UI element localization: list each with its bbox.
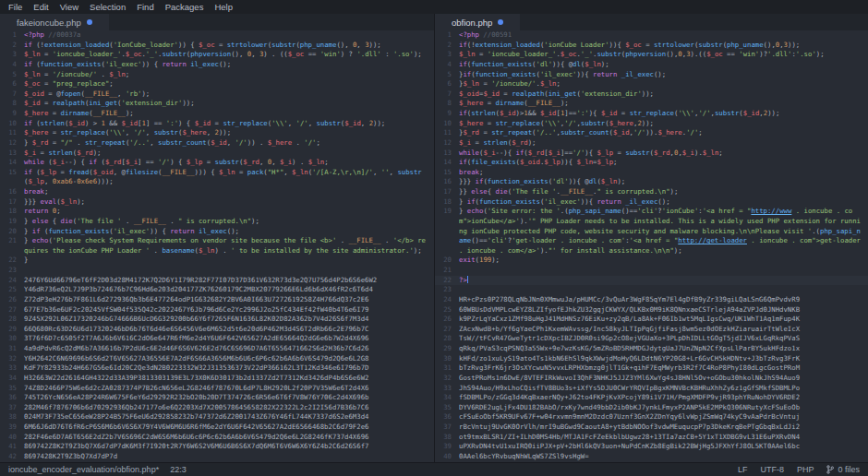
code-line[interactable]: 31bTzRvg3FrK6jr3OsXYcwuN5vvxLRPHXbmzg0jl… bbox=[435, 363, 868, 374]
code-line[interactable]: 37282M46f7876706b6d70292936Qb247177o6e6Q… bbox=[0, 403, 434, 413]
code-line[interactable]: 2if (!extension_loaded('IonCube_loader')… bbox=[0, 41, 434, 51]
code-line[interactable]: 20} if (function_exists('il_exec')) { re… bbox=[0, 227, 434, 237]
code-line[interactable]: 16break; bbox=[0, 187, 434, 197]
code-line[interactable]: 9$_here = dirname(__FILE__); bbox=[0, 109, 434, 119]
code-line[interactable]: 19} echo('Site error: the '.(php_sapi_na… bbox=[435, 207, 868, 256]
code-line[interactable]: 9if(strlen($_id)>1&& $_id[1]==':'){ $_id… bbox=[435, 109, 868, 119]
code-line[interactable]: 6$_oc = "preg_replace"; bbox=[0, 79, 434, 89]
modified-indicator-icon[interactable] bbox=[498, 19, 503, 25]
code-line[interactable]: 30kHFd/zo1xuLyS19ato4Ts1kbN6EhSl9qkXWwjd… bbox=[435, 354, 868, 364]
code-editor-left[interactable]: 1<?php //00037a2if (!extension_loaded('I… bbox=[0, 30, 434, 462]
code-line[interactable]: 22?> bbox=[435, 276, 868, 286]
code-line[interactable]: 8$_id = realpath(ini_get('extension_dir'… bbox=[0, 99, 434, 109]
menu-find[interactable]: Find bbox=[131, 0, 159, 14]
code-line[interactable]: 13while($_i--){ if($_rd[$_i]=='/'){ $_lp… bbox=[435, 149, 868, 159]
code-line[interactable]: 10$_here = str_replace('\\','/',substr($… bbox=[435, 119, 868, 129]
code-line[interactable]: 27677E7b36e6UF2c20245VfSW04f535Q42c20224… bbox=[0, 305, 434, 315]
code-line[interactable]: 33JhS94Auo/H9xLhoCQisfTV8BUo3s+iXfYs5DJU… bbox=[435, 384, 868, 394]
code-line[interactable]: 20exit(199); bbox=[435, 256, 868, 266]
code-line[interactable]: 40282F46e6D7A6T656E2dZ2b7V6S696C2dW6S6M6… bbox=[0, 433, 434, 443]
code-line[interactable]: 34fSDBMLPo/zGGq3d4KqBxaerNQy+J62to4FKPjK… bbox=[435, 393, 868, 403]
code-line[interactable]: 21} echo('Please check System Requiremen… bbox=[0, 236, 434, 256]
code-line[interactable]: 18} if(function_exists('il_exec')){ retu… bbox=[435, 197, 868, 208]
status-git[interactable]: 0 files bbox=[826, 465, 860, 474]
code-line[interactable]: 10if (strlen($_id) > 1 && $_id[1] == ':'… bbox=[0, 119, 434, 129]
code-line[interactable]: 314a9dPdvR6cQ2dM6b7A36616b7P2dU6c6E2d46F… bbox=[0, 344, 434, 354]
tab-fakeioncube-php[interactable]: fakeioncube.php bbox=[0, 14, 109, 30]
code-line[interactable]: 5}if(function_exists('il_exec')){ return… bbox=[435, 70, 868, 80]
code-line[interactable]: 12$_i = strlen($_rd); bbox=[435, 138, 868, 149]
code-line[interactable]: 15break; bbox=[435, 168, 868, 178]
code-line[interactable]: 14while ($_i--) { if ($_rd[$_i] == '/') … bbox=[0, 158, 434, 168]
code-line[interactable]: 11$_here = str_replace('\\', '/', substr… bbox=[0, 128, 434, 138]
code-line[interactable]: 22} bbox=[0, 256, 434, 266]
code-line[interactable]: 23 bbox=[0, 266, 434, 276]
code-line[interactable]: 3$_ln = 'ioncube_loader_'.$_oc.'_'.subst… bbox=[0, 50, 434, 60]
code-line[interactable]: 5$_ln = '/ioncube/' . $_ln; bbox=[0, 70, 434, 80]
code-line[interactable]: 26k9PZrLqYaCxz1ZMf98uHgJ41MdHNSz76EiKu+z… bbox=[435, 315, 868, 325]
code-line[interactable]: 428697428K2T9Z3bQ7Xd7dP7d bbox=[0, 452, 434, 462]
code-line[interactable]: 39uPXRvDN4tvU1xuIRQ0iiPJX+pV+2bHl6kQV3uo… bbox=[435, 442, 868, 452]
menu-packages[interactable]: Packages bbox=[160, 0, 210, 14]
code-line[interactable]: 3$_ln = 'ioncube_loader_'.$_oc.'_'.subst… bbox=[435, 50, 868, 60]
code-line[interactable]: 38024M73F735eC656eW28P24B575F6eU6d292858… bbox=[0, 412, 434, 422]
code-line[interactable]: 15if ($_lp = fread($_oid, @filesize(__FI… bbox=[0, 168, 434, 187]
code-line[interactable]: 2966Q680Rc63D26U6d17320246bD6b76T6d46e6S… bbox=[0, 325, 434, 335]
code-line[interactable]: 14if(file_exists($_oid.$_lp)){ $_ln=$_lp… bbox=[435, 158, 868, 168]
code-line[interactable]: 18return 0; bbox=[0, 207, 434, 217]
code-line[interactable]: 4if(function_exists('dl')){ @dl($_ln); bbox=[435, 60, 868, 70]
code-line[interactable]: 16}}} if(function_exists('dl')){ @dl($_l… bbox=[435, 177, 868, 187]
code-line[interactable]: 289Z45X292L06Z17320246bG74666B6UcD6G3292… bbox=[0, 315, 434, 325]
code-line[interactable]: 34H32663W22d26164GH4322d33A39P3813303139… bbox=[0, 374, 434, 384]
code-line[interactable]: 2560WBUsDdVMPLcwEYZ8LZIfyofEJhkZU32gqjCK… bbox=[435, 305, 868, 315]
code-line[interactable]: 23 bbox=[435, 285, 868, 295]
status-encoding[interactable]: UTF-8 bbox=[760, 465, 784, 474]
code-line[interactable]: 27ZAcxNwdB+b/Yf6gYaeCPh1KxemWAvssg/Inc58… bbox=[435, 325, 868, 335]
code-line[interactable]: 7$_oid=$_id = realpath(ini_get('extensio… bbox=[435, 89, 868, 100]
code-line[interactable]: 6}$_ln = '/ioncube/'.$_ln; bbox=[435, 79, 868, 89]
code-line[interactable]: 8$_here = dirname(__FILE__); bbox=[435, 99, 868, 109]
code-line[interactable]: 17}} else{ die('The file '.__FILE__." is… bbox=[435, 187, 868, 197]
menu-file[interactable]: File bbox=[3, 0, 28, 14]
code-line[interactable]: 303T76f6D7c6505f2T7A6J6b6V616C2dO6e647R6… bbox=[0, 334, 434, 344]
code-line[interactable]: 32Y6H2642C6N69696b6S6d2T6V65627A36556E7A… bbox=[0, 354, 434, 364]
code-line[interactable]: 17}}} eval($_ln); bbox=[0, 197, 434, 208]
code-line[interactable]: 32GostPRoMs1n6DwE/8VTEFIRkWuvoI3QhF3NHKJ… bbox=[435, 374, 868, 384]
code-line[interactable]: 12} $_rd = "/" . str_repeat('/..', subst… bbox=[0, 138, 434, 149]
code-line[interactable]: 7$_oid = @fopen(__FILE__, 'rb'); bbox=[0, 89, 434, 100]
code-line[interactable]: 13$_i = strlen($_rd); bbox=[0, 149, 434, 159]
code-line[interactable]: 396M66J6dD76T6fR6cP6S6M6b6V6S6X79Y4V6W6M… bbox=[0, 422, 434, 433]
code-line[interactable]: 25Y46dR736eQ2L7J9P3b724676b7C96Hd6e203d2… bbox=[0, 285, 434, 295]
code-line[interactable]: 11}$_rd = str_repeat('/..',substr_count(… bbox=[435, 128, 868, 138]
status-cursor-position[interactable]: 22:3 bbox=[170, 465, 187, 474]
code-line[interactable]: 1<?php //00037a bbox=[0, 30, 434, 41]
code-line[interactable]: 19} else { die('The file ' . __FILE__ . … bbox=[0, 217, 434, 227]
menu-view[interactable]: View bbox=[54, 0, 84, 14]
code-line[interactable]: 33KdF7Y82933b24H667G56e6Id20C2Qe3dN2B022… bbox=[0, 363, 434, 374]
code-line[interactable]: 36cFSuEoObf5KR9UFv67F+w04rxvmn9mnM2Dzdc0… bbox=[435, 412, 868, 422]
status-line-ending[interactable]: LF bbox=[738, 465, 748, 474]
status-grammar[interactable]: PHP bbox=[797, 465, 814, 474]
code-line[interactable]: 38ot9tmxBLSR1/ZI+ILhD0MS4Hb/MTJA1FcFZeEk… bbox=[435, 433, 868, 443]
code-line[interactable]: 41869742Z8K2T9Z3bQ7X6d7dP7dK6M3f7I920t2R… bbox=[0, 442, 434, 452]
menu-selection[interactable]: Selection bbox=[84, 0, 131, 14]
code-line[interactable]: 37rBcVntuj9UvGK0OrVlh/mrI9uBGwd9CaoutA8+… bbox=[435, 422, 868, 433]
code-line[interactable]: 242476Y6Ud66796eT6fF2D03d28M4172K7Q2D6Y1… bbox=[0, 276, 434, 286]
code-editor-right[interactable]: 1<?php //005912if(!extension_loaded('ion… bbox=[435, 30, 868, 462]
code-line[interactable]: 1<?php //00591 bbox=[435, 30, 868, 41]
code-line[interactable]: 26Z72dP3eH276b7F861L6d272936Qb3b6E477264… bbox=[0, 295, 434, 305]
menu-edit[interactable]: Edit bbox=[28, 0, 54, 14]
code-line[interactable]: 28TsW//tFCvR47GweTytr1cDXpcIBZJD0R0si9Gp… bbox=[435, 334, 868, 344]
tab-obfion-php[interactable]: obfion.php bbox=[435, 14, 520, 30]
code-line[interactable]: 35DYV6RDE2ugLjFx4DU182BAbO/rxKy7wnd49bbD… bbox=[435, 403, 868, 413]
code-line[interactable]: 3574Z8D2466P75W6e6d2cZA0287374P7B26cN656… bbox=[0, 384, 434, 394]
code-line[interactable]: 4if (function_exists('il_exec')) { retur… bbox=[0, 60, 434, 70]
code-line[interactable]: 400AAel6bcYRvbuqNhWLqWS7ZSl9vsHgW= bbox=[435, 452, 868, 462]
menu-help[interactable]: Help bbox=[209, 0, 238, 14]
code-line[interactable]: 24HR+cPzs0P278QLqNbJNn0XMmwuJa/pHUMCc/3v… bbox=[435, 295, 868, 305]
code-line[interactable]: 21 bbox=[435, 266, 868, 276]
code-line[interactable]: 29qRkq/PVaS3cqPSNQ3a55Wx+9e7wzKsKG/5mZRo… bbox=[435, 344, 868, 354]
code-line[interactable]: 2if(!extension_loaded('ionCube Loader'))… bbox=[435, 41, 868, 51]
modified-indicator-icon[interactable] bbox=[87, 19, 92, 25]
code-line[interactable]: 36745T26YcN656eA28P24R6W675F6eY6d29292R2… bbox=[0, 393, 434, 403]
